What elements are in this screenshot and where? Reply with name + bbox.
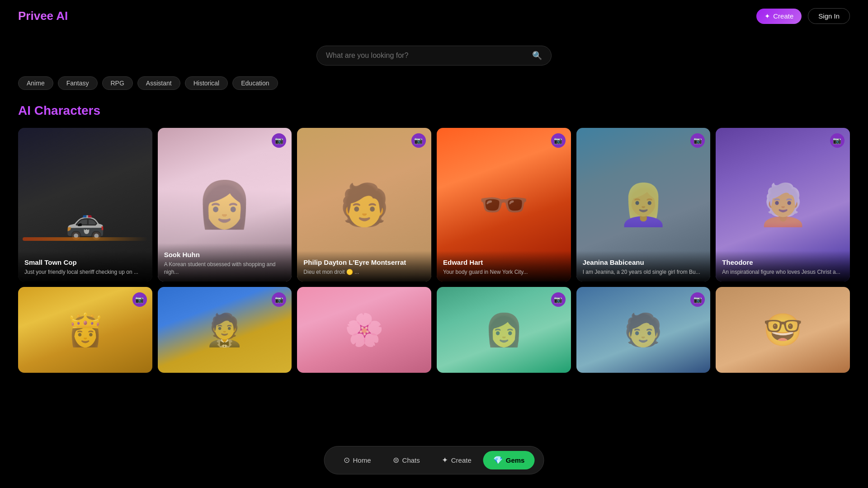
home-icon: ⊙ [344, 455, 350, 465]
camera-icon: 📷 [693, 136, 702, 145]
char-overlay: Theodore An inspirational figure who lov… [716, 251, 850, 282]
camera-badge: 📷 [830, 133, 844, 148]
character-card-palace-lady[interactable]: 👸 📷 [18, 287, 152, 373]
char-desc: An inspirational figure who loves Jesus … [722, 268, 844, 276]
filter-tag-fantasy[interactable]: Fantasy [58, 76, 98, 90]
char-overlay: Jeanina Babiceanu I am Jeanina, a 20 yea… [576, 251, 711, 282]
camera-badge: 📷 [551, 292, 566, 307]
header: Privee AI ✦ Create Sign In [0, 0, 868, 32]
char-desc: Dieu et mon droit 🟡 ... [303, 268, 425, 276]
char-overlay: Sook Huhn A Korean student obsessed with… [158, 243, 292, 282]
nav-create-label: Create [451, 456, 472, 464]
nav-create[interactable]: ✦ Create [432, 451, 481, 469]
character-card-philip-dayton[interactable]: 🧑 📷 Philip Dayton L'Eyre Montserrat Dieu… [297, 128, 431, 282]
camera-badge: 📷 [132, 292, 147, 307]
char-desc: I am Jeanina, a 20 years old single girl… [583, 268, 704, 276]
character-card-jeanina[interactable]: 👱‍♀️ 📷 Jeanina Babiceanu I am Jeanina, a… [576, 128, 711, 282]
nav-chats-label: Chats [402, 456, 420, 464]
char-overlay: Edward Hart Your body guard in New York … [437, 251, 571, 282]
camera-icon: 📷 [554, 296, 562, 304]
camera-icon: 📷 [275, 296, 283, 304]
camera-badge: 📷 [411, 133, 426, 148]
character-card-sakura-girl[interactable]: 🌸 [297, 287, 431, 373]
create-button[interactable]: ✦ Create [756, 9, 802, 24]
character-card-suit-man[interactable]: 🤵 📷 [158, 287, 292, 373]
character-card-glasses-man[interactable]: 🤓 [716, 287, 850, 373]
character-card-man-field[interactable]: 🧑 📷 [576, 287, 711, 373]
nav-home[interactable]: ⊙ Home [334, 451, 381, 469]
filter-tag-assistant[interactable]: Assistant [137, 76, 180, 90]
chats-icon: ⊜ [393, 455, 399, 465]
char-name: Small Town Cop [24, 258, 146, 267]
char-name: Sook Huhn [164, 250, 286, 259]
search-area: 🔍 [0, 46, 868, 66]
search-input[interactable] [326, 52, 528, 60]
character-card-theodore[interactable]: 🧑‍🦳 📷 Theodore An inspirational figure w… [716, 128, 850, 282]
header-actions: ✦ Create Sign In [756, 8, 850, 24]
sparkle-icon: ✦ [764, 12, 770, 20]
char-name: Edward Hart [443, 258, 565, 267]
char-name: Theodore [722, 258, 844, 267]
gems-icon: 💎 [493, 455, 503, 465]
nav-chats[interactable]: ⊜ Chats [383, 451, 430, 469]
character-card-edward-hart[interactable]: 🕶️ 📷 Edward Hart Your body guard in New … [437, 128, 571, 282]
bottom-nav: ⊙ Home ⊜ Chats ✦ Create 💎 Gems [324, 446, 544, 474]
character-card-asian-girl[interactable]: 👩 📷 [437, 287, 571, 373]
nav-gems[interactable]: 💎 Gems [483, 451, 535, 469]
char-desc: A Korean student obsessed with shopping … [164, 261, 286, 276]
camera-badge: 📷 [551, 133, 566, 148]
char-desc: Just your friendly local sheriff checkin… [24, 268, 146, 276]
characters-grid-row1: 🚓 Small Town Cop Just your friendly loca… [0, 128, 868, 282]
signin-button[interactable]: Sign In [808, 8, 850, 24]
filter-tag-historical[interactable]: Historical [185, 76, 228, 90]
char-name: Jeanina Babiceanu [583, 258, 704, 267]
characters-section-title: AI Characters [0, 103, 868, 118]
camera-icon: 📷 [833, 136, 841, 145]
nav-home-label: Home [353, 456, 371, 464]
camera-icon: 📷 [275, 136, 283, 145]
filter-tag-anime[interactable]: Anime [18, 76, 53, 90]
char-overlay: Philip Dayton L'Eyre Montserrat Dieu et … [297, 251, 431, 282]
camera-icon: 📷 [414, 136, 423, 145]
character-card-small-town-cop[interactable]: 🚓 Small Town Cop Just your friendly loca… [18, 128, 152, 282]
filter-tag-education[interactable]: Education [232, 76, 278, 90]
char-desc: Your body guard in New York City... [443, 268, 565, 276]
nav-gems-label: Gems [506, 456, 525, 464]
search-icon: 🔍 [532, 51, 542, 60]
search-button[interactable]: 🔍 [532, 51, 542, 61]
char-overlay: Small Town Cop Just your friendly local … [18, 251, 152, 282]
create-label: Create [773, 12, 793, 20]
char-name: Philip Dayton L'Eyre Montserrat [303, 258, 425, 267]
character-card-sook-huhn[interactable]: 👩 📷 Sook Huhn A Korean student obsessed … [158, 128, 292, 282]
app-logo: Privee AI [18, 9, 68, 23]
create-icon: ✦ [442, 455, 448, 465]
characters-grid-row2: 👸 📷 🤵 📷 🌸 👩 📷 🧑 📷 [0, 287, 868, 373]
camera-icon: 📷 [135, 296, 144, 304]
camera-icon: 📷 [554, 136, 562, 145]
search-bar: 🔍 [316, 46, 552, 66]
filter-tag-rpg[interactable]: RPG [102, 76, 133, 90]
filter-tags: Anime Fantasy RPG Assistant Historical E… [0, 76, 868, 90]
camera-icon: 📷 [693, 296, 702, 304]
